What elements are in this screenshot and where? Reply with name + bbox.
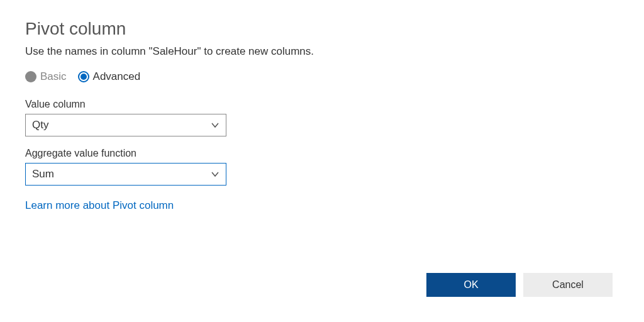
chevron-down-icon bbox=[211, 170, 219, 179]
learn-more-link[interactable]: Learn more about Pivot column bbox=[25, 199, 174, 212]
cancel-button[interactable]: Cancel bbox=[523, 273, 613, 297]
value-column-field: Value column Qty bbox=[25, 99, 619, 136]
radio-basic[interactable]: Basic bbox=[25, 70, 67, 83]
aggregate-function-value: Sum bbox=[32, 168, 54, 180]
radio-basic-label: Basic bbox=[40, 70, 67, 83]
dialog-buttons: OK Cancel bbox=[426, 273, 613, 297]
dialog-title: Pivot column bbox=[25, 19, 619, 39]
mode-radio-group: Basic Advanced bbox=[25, 70, 619, 83]
aggregate-function-field: Aggregate value function Sum bbox=[25, 148, 619, 186]
radio-icon-selected bbox=[78, 71, 89, 82]
value-column-label: Value column bbox=[25, 99, 619, 110]
value-column-select[interactable]: Qty bbox=[25, 114, 226, 136]
radio-advanced-label: Advanced bbox=[93, 70, 141, 83]
aggregate-function-select[interactable]: Sum bbox=[25, 163, 226, 186]
value-column-value: Qty bbox=[32, 119, 48, 131]
dialog-description: Use the names in column "SaleHour" to cr… bbox=[25, 45, 619, 58]
radio-advanced[interactable]: Advanced bbox=[78, 70, 141, 83]
radio-icon-unselected bbox=[25, 71, 36, 82]
chevron-down-icon bbox=[211, 121, 219, 130]
aggregate-function-label: Aggregate value function bbox=[25, 148, 619, 159]
ok-button[interactable]: OK bbox=[426, 273, 516, 297]
